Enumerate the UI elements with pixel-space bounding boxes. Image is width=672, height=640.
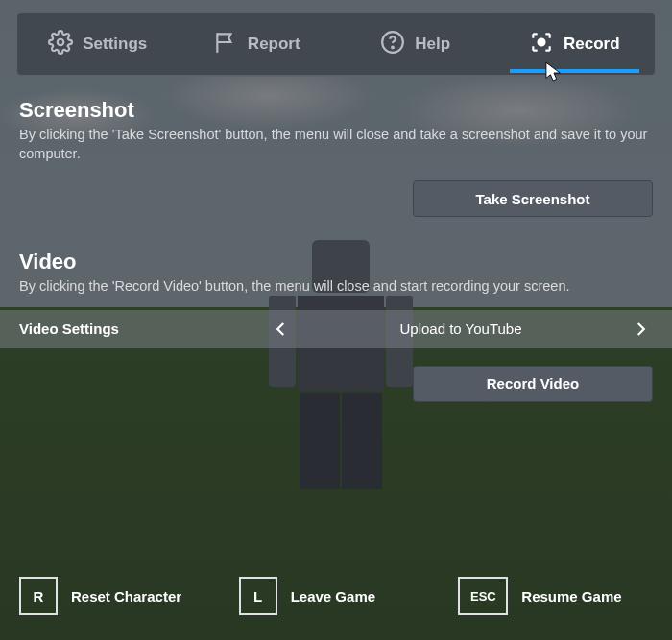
screenshot-title: Screenshot: [19, 98, 653, 123]
tab-settings[interactable]: Settings: [23, 17, 173, 71]
svg-point-2: [392, 46, 394, 48]
svg-point-3: [538, 38, 544, 45]
resume-label: Resume Game: [521, 588, 621, 604]
record-panel: Screenshot By clicking the 'Take Screens…: [17, 75, 655, 573]
video-settings-value: Upload to YouTube: [399, 320, 521, 337]
bottom-bar: R Reset Character L Leave Game ESC Resum…: [17, 573, 655, 619]
reset-label: Reset Character: [71, 588, 181, 604]
tab-record[interactable]: Record: [500, 17, 650, 71]
record-video-button[interactable]: Record Video: [413, 366, 653, 402]
tab-label: Report: [248, 35, 300, 54]
video-desc: By clicking the 'Record Video' button, t…: [19, 277, 653, 296]
resume-game-button[interactable]: ESC Resume Game: [456, 573, 655, 619]
video-title: Video: [19, 249, 653, 274]
game-scene: Settings Report Help Record: [0, 0, 672, 640]
leave-label: Leave Game: [291, 588, 375, 604]
chevron-left-icon[interactable]: [269, 317, 294, 342]
gear-icon: [48, 30, 73, 59]
video-section: Video By clicking the 'Record Video' but…: [19, 249, 653, 402]
menu-overlay: Settings Report Help Record: [0, 0, 672, 640]
tab-help[interactable]: Help: [341, 17, 491, 71]
reset-character-button[interactable]: R Reset Character: [17, 573, 216, 619]
keycap-esc: ESC: [458, 577, 508, 615]
tab-label: Help: [415, 35, 450, 54]
flag-icon: [213, 30, 238, 59]
screenshot-section: Screenshot By clicking the 'Take Screens…: [19, 98, 653, 217]
record-icon: [529, 30, 554, 59]
keycap-r: R: [19, 577, 58, 615]
tabbar: Settings Report Help Record: [17, 13, 655, 75]
video-settings-label: Video Settings: [19, 320, 269, 337]
tab-report[interactable]: Report: [182, 17, 332, 71]
video-settings-selector: Upload to YouTube: [269, 317, 653, 342]
tab-label: Record: [564, 35, 620, 54]
help-icon: [380, 30, 405, 59]
screenshot-desc: By clicking the 'Take Screenshot' button…: [19, 126, 653, 163]
take-screenshot-button[interactable]: Take Screenshot: [413, 180, 653, 217]
svg-point-0: [58, 38, 64, 45]
leave-game-button[interactable]: L Leave Game: [237, 573, 436, 619]
video-settings-row: Video Settings Upload to YouTube: [0, 310, 672, 348]
chevron-right-icon[interactable]: [628, 317, 653, 342]
tab-label: Settings: [83, 35, 147, 54]
keycap-l: L: [239, 577, 277, 615]
